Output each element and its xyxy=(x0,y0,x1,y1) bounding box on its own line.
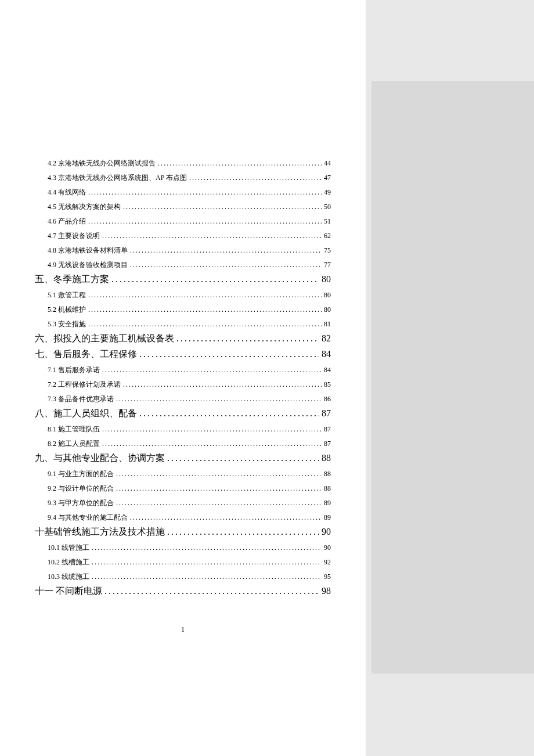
toc-dot-leader: ........................................… xyxy=(92,543,322,552)
toc-dot-leader: ........................................… xyxy=(176,333,319,344)
toc-dot-leader: ........................................… xyxy=(116,499,322,507)
toc-entry-title: 8.2 施工人员配置 xyxy=(48,439,100,449)
toc-entry-title: 9.1 与业主方面的配合 xyxy=(48,469,114,479)
table-of-contents: 4.2 京港地铁无线办公网络测试报告......................… xyxy=(35,159,331,597)
toc-entry-page: 49 xyxy=(324,188,331,197)
toc-entry-page: 75 xyxy=(324,246,331,255)
toc-entry-title: 7.2 工程保修计划及承诺 xyxy=(48,380,121,390)
toc-entry-title: 4.9 无线设备验收检测项目 xyxy=(48,260,128,270)
toc-entry-page: 95 xyxy=(324,573,331,581)
toc-entry-page: 62 xyxy=(324,232,331,240)
toc-entry-page: 87 xyxy=(322,408,331,419)
toc-entry-page: 92 xyxy=(324,558,331,567)
toc-entry: 十基础管线施工方法及技术措施..........................… xyxy=(35,526,331,538)
toc-dot-leader: ........................................… xyxy=(116,470,322,478)
toc-entry: 六、拟投入的主要施工机械设备表.........................… xyxy=(35,333,331,345)
toc-dot-leader: ........................................… xyxy=(88,217,322,226)
toc-dot-leader: ........................................… xyxy=(158,159,322,168)
toc-entry-title: 10.3 线缆施工 xyxy=(48,572,89,582)
toc-entry: 9.1 与业主方面的配合............................… xyxy=(35,469,331,479)
toc-entry-title: 4.6 产品介绍 xyxy=(48,217,86,226)
toc-dot-leader: ........................................… xyxy=(92,558,322,567)
toc-dot-leader: ........................................… xyxy=(102,425,322,434)
toc-entry: 4.8 京港地铁设备材料清单..........................… xyxy=(35,246,331,255)
toc-entry-title: 7.3 备品备件优惠承诺 xyxy=(48,394,114,404)
toc-dot-leader: ........................................… xyxy=(189,174,322,182)
toc-dot-leader: ........................................… xyxy=(116,484,322,493)
toc-dot-leader: ........................................… xyxy=(92,573,322,581)
toc-entry-page: 88 xyxy=(322,453,331,463)
toc-entry-page: 98 xyxy=(322,586,331,596)
toc-entry-title: 8.1 施工管理队伍 xyxy=(48,424,100,434)
toc-entry-page: 47 xyxy=(324,174,331,182)
toc-entry-title: 十基础管线施工方法及技术措施 xyxy=(35,526,165,538)
toc-entry: 8.2 施工人员配置..............................… xyxy=(35,439,331,449)
toc-dot-leader: ........................................… xyxy=(102,440,322,448)
toc-entry: 九、与其他专业配合、协调方案..........................… xyxy=(35,452,331,465)
toc-dot-leader: ........................................… xyxy=(130,246,322,255)
toc-entry-page: 85 xyxy=(324,380,331,389)
toc-entry: 五、冬季施工方案................................… xyxy=(35,273,331,286)
toc-dot-leader: ........................................… xyxy=(167,453,319,463)
toc-entry-page: 89 xyxy=(324,513,331,522)
toc-entry-title: 10.1 线管施工 xyxy=(48,543,89,553)
toc-entry: 4.7 主要设备说明..............................… xyxy=(35,231,331,241)
toc-entry-page: 51 xyxy=(324,217,331,226)
toc-entry: 4.5 无线解决方案的架构...........................… xyxy=(35,202,331,212)
toc-dot-leader: ........................................… xyxy=(88,320,322,329)
toc-entry-page: 86 xyxy=(324,395,331,404)
toc-entry-title: 九、与其他专业配合、协调方案 xyxy=(35,452,165,465)
toc-entry-page: 77 xyxy=(324,261,331,269)
toc-entry-title: 五、冬季施工方案 xyxy=(35,273,109,286)
toc-entry-page: 88 xyxy=(324,470,331,478)
toc-entry: 十一 不间断电源................................… xyxy=(35,585,331,597)
toc-entry: 4.4 有线网络................................… xyxy=(35,188,331,197)
toc-entry: 10.2 线槽施工...............................… xyxy=(35,557,331,567)
toc-dot-leader: ........................................… xyxy=(130,513,322,522)
toc-entry-title: 4.5 无线解决方案的架构 xyxy=(48,202,121,212)
toc-dot-leader: ........................................… xyxy=(102,232,322,240)
toc-dot-leader: ........................................… xyxy=(104,586,319,596)
toc-dot-leader: ........................................… xyxy=(123,203,322,211)
toc-dot-leader: ........................................… xyxy=(130,261,322,269)
toc-dot-leader: ........................................… xyxy=(123,380,322,389)
toc-entry: 5.3 安全措施................................… xyxy=(35,319,331,329)
toc-entry-title: 5.3 安全措施 xyxy=(48,319,86,329)
toc-entry-page: 80 xyxy=(322,274,331,285)
toc-entry-page: 84 xyxy=(324,366,331,375)
toc-dot-leader: ........................................… xyxy=(116,395,322,404)
toc-entry: 七、售后服务、工程保修.............................… xyxy=(35,348,331,361)
toc-entry-page: 82 xyxy=(322,333,331,344)
toc-dot-leader: ........................................… xyxy=(111,274,319,285)
toc-entry: 4.3 京港地铁无线办公网络系统图、AP 布点图................… xyxy=(35,173,331,183)
toc-entry: 4.2 京港地铁无线办公网络测试报告......................… xyxy=(35,159,331,168)
toc-entry-title: 7.1 售后服务承诺 xyxy=(48,365,100,375)
toc-entry-title: 4.3 京港地铁无线办公网络系统图、AP 布点图 xyxy=(48,173,187,183)
toc-entry-title: 5.1 敷管工程 xyxy=(48,290,86,300)
toc-entry-page: 44 xyxy=(324,159,331,168)
right-background-strip xyxy=(371,81,534,674)
toc-entry-title: 4.2 京港地铁无线办公网络测试报告 xyxy=(48,159,156,168)
toc-entry: 10.1 线管施工...............................… xyxy=(35,543,331,553)
toc-entry: 7.2 工程保修计划及承诺...........................… xyxy=(35,380,331,390)
toc-entry-title: 八、施工人员组织、配备 xyxy=(35,408,137,420)
toc-dot-leader: ........................................… xyxy=(167,527,319,537)
toc-entry-title: 十一 不间断电源 xyxy=(35,585,102,597)
toc-entry-page: 87 xyxy=(324,440,331,448)
toc-entry-page: 90 xyxy=(322,527,331,537)
toc-entry-title: 9.4 与其他专业的施工配合 xyxy=(48,513,128,523)
toc-entry-page: 80 xyxy=(324,291,331,300)
toc-entry: 9.3 与甲方单位的配合............................… xyxy=(35,498,331,508)
toc-entry-page: 90 xyxy=(324,543,331,552)
toc-entry-page: 88 xyxy=(324,484,331,493)
toc-dot-leader: ........................................… xyxy=(102,366,322,375)
toc-dot-leader: ........................................… xyxy=(139,408,319,419)
toc-entry-page: 84 xyxy=(322,349,331,359)
toc-entry-title: 4.8 京港地铁设备材料清单 xyxy=(48,246,128,255)
toc-entry: 5.2 机械维护................................… xyxy=(35,305,331,315)
toc-entry: 8.1 施工管理队伍..............................… xyxy=(35,424,331,434)
toc-entry-page: 87 xyxy=(324,425,331,434)
page-number: 1 xyxy=(0,625,366,634)
toc-entry-title: 七、售后服务、工程保修 xyxy=(35,348,137,361)
toc-entry-title: 六、拟投入的主要施工机械设备表 xyxy=(35,333,174,345)
